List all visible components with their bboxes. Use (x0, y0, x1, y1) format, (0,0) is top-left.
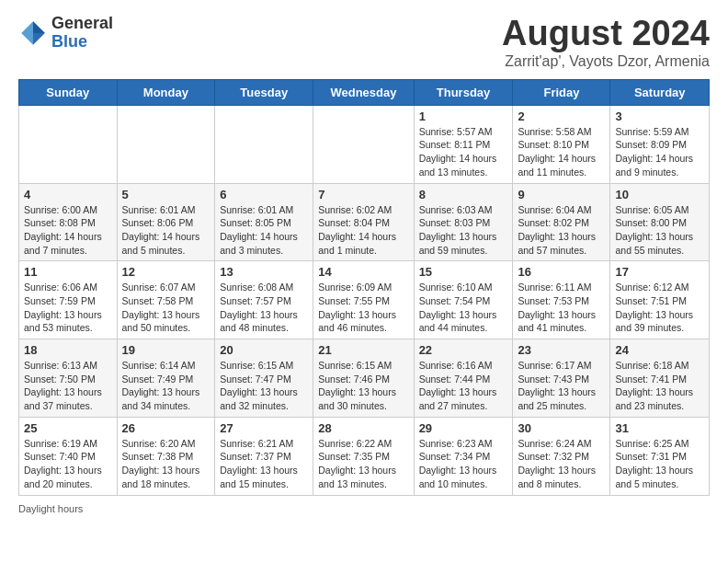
calendar-cell: 31Sunrise: 6:25 AMSunset: 7:31 PMDayligh… (610, 417, 710, 495)
day-info: Sunrise: 6:11 AMSunset: 7:53 PMDaylight:… (518, 281, 605, 335)
logo-blue-text: Blue (51, 33, 113, 52)
day-info: Sunrise: 6:14 AMSunset: 7:49 PMDaylight:… (122, 359, 210, 413)
day-info: Sunrise: 6:02 AMSunset: 8:04 PMDaylight:… (318, 203, 408, 258)
weekday-header-friday: Friday (513, 79, 610, 105)
footer-note: Daylight hours (18, 503, 710, 514)
day-info: Sunrise: 6:06 AMSunset: 7:59 PMDaylight:… (24, 281, 112, 335)
day-number: 1 (419, 109, 508, 123)
main-title: August 2024 (502, 15, 710, 53)
day-info: Sunrise: 6:08 AMSunset: 7:57 PMDaylight:… (220, 281, 308, 335)
calendar-cell: 8Sunrise: 6:03 AMSunset: 8:03 PMDaylight… (414, 183, 513, 261)
day-info: Sunrise: 6:15 AMSunset: 7:47 PMDaylight:… (220, 359, 308, 413)
day-number: 24 (615, 343, 704, 357)
day-number: 19 (122, 343, 210, 357)
calendar-cell: 13Sunrise: 6:08 AMSunset: 7:57 PMDayligh… (215, 261, 313, 339)
day-info: Sunrise: 6:00 AMSunset: 8:08 PMDaylight:… (24, 203, 112, 258)
day-info: Sunrise: 6:21 AMSunset: 7:37 PMDaylight:… (220, 437, 308, 491)
calendar-cell: 4Sunrise: 6:00 AMSunset: 8:08 PMDaylight… (19, 183, 118, 261)
day-number: 13 (220, 265, 308, 279)
calendar-cell: 7Sunrise: 6:02 AMSunset: 8:04 PMDaylight… (313, 183, 414, 261)
calendar-cell: 27Sunrise: 6:21 AMSunset: 7:37 PMDayligh… (215, 417, 313, 495)
day-number: 7 (318, 188, 408, 201)
calendar-cell: 3Sunrise: 5:59 AMSunset: 8:09 PMDaylight… (610, 105, 710, 183)
subtitle: Zarrit'ap', Vayots Dzor, Armenia (502, 53, 710, 70)
logo: General Blue (18, 15, 113, 52)
calendar-cell: 29Sunrise: 6:23 AMSunset: 7:34 PMDayligh… (414, 417, 513, 495)
calendar-cell: 5Sunrise: 6:01 AMSunset: 8:06 PMDaylight… (117, 183, 215, 261)
weekday-header-wednesday: Wednesday (313, 79, 414, 105)
day-number: 16 (518, 265, 605, 279)
week-row-5: 25Sunrise: 6:19 AMSunset: 7:40 PMDayligh… (19, 417, 710, 495)
header: General Blue August 2024 Zarrit'ap', Vay… (18, 15, 710, 70)
calendar-cell: 23Sunrise: 6:17 AMSunset: 7:43 PMDayligh… (513, 339, 610, 418)
day-number: 27 (220, 421, 308, 435)
day-info: Sunrise: 6:13 AMSunset: 7:50 PMDaylight:… (24, 359, 112, 413)
day-info: Sunrise: 6:20 AMSunset: 7:38 PMDaylight:… (122, 437, 210, 491)
calendar-cell: 22Sunrise: 6:16 AMSunset: 7:44 PMDayligh… (414, 339, 513, 418)
calendar-cell: 15Sunrise: 6:10 AMSunset: 7:54 PMDayligh… (414, 261, 513, 339)
day-info: Sunrise: 6:19 AMSunset: 7:40 PMDaylight:… (24, 437, 112, 491)
day-number: 28 (318, 421, 408, 435)
day-info: Sunrise: 6:18 AMSunset: 7:41 PMDaylight:… (615, 359, 704, 413)
calendar-body: 1Sunrise: 5:57 AMSunset: 8:11 PMDaylight… (19, 105, 710, 495)
day-info: Sunrise: 6:22 AMSunset: 7:35 PMDaylight:… (318, 437, 408, 491)
day-number: 23 (518, 343, 605, 357)
calendar-cell (117, 105, 215, 183)
calendar-cell: 19Sunrise: 6:14 AMSunset: 7:49 PMDayligh… (117, 339, 215, 418)
day-info: Sunrise: 6:05 AMSunset: 8:00 PMDaylight:… (615, 203, 704, 258)
weekday-header-thursday: Thursday (414, 79, 513, 105)
day-info: Sunrise: 6:17 AMSunset: 7:43 PMDaylight:… (518, 359, 605, 413)
day-number: 29 (419, 421, 508, 435)
day-number: 6 (220, 188, 308, 201)
calendar-cell: 21Sunrise: 6:15 AMSunset: 7:46 PMDayligh… (313, 339, 414, 418)
day-info: Sunrise: 6:09 AMSunset: 7:55 PMDaylight:… (318, 281, 408, 335)
day-number: 31 (615, 421, 704, 435)
logo-icon (18, 18, 48, 48)
calendar-cell (19, 105, 118, 183)
day-number: 3 (615, 109, 704, 123)
daylight-hours-label: Daylight hours (18, 503, 83, 514)
day-info: Sunrise: 6:07 AMSunset: 7:58 PMDaylight:… (122, 281, 210, 335)
calendar-cell: 18Sunrise: 6:13 AMSunset: 7:50 PMDayligh… (19, 339, 118, 418)
calendar-cell: 2Sunrise: 5:58 AMSunset: 8:10 PMDaylight… (513, 105, 610, 183)
weekday-header-tuesday: Tuesday (215, 79, 313, 105)
day-number: 12 (122, 265, 210, 279)
calendar-cell: 28Sunrise: 6:22 AMSunset: 7:35 PMDayligh… (313, 417, 414, 495)
day-number: 21 (318, 343, 408, 357)
day-number: 17 (615, 265, 704, 279)
calendar-cell: 20Sunrise: 6:15 AMSunset: 7:47 PMDayligh… (215, 339, 313, 418)
day-number: 26 (122, 421, 210, 435)
day-number: 11 (24, 265, 112, 279)
day-info: Sunrise: 6:04 AMSunset: 8:02 PMDaylight:… (518, 203, 605, 258)
logo-text: General Blue (51, 15, 113, 52)
calendar-cell: 16Sunrise: 6:11 AMSunset: 7:53 PMDayligh… (513, 261, 610, 339)
day-info: Sunrise: 6:12 AMSunset: 7:51 PMDaylight:… (615, 281, 704, 335)
week-row-1: 1Sunrise: 5:57 AMSunset: 8:11 PMDaylight… (19, 105, 710, 183)
svg-marker-2 (33, 21, 45, 33)
svg-marker-1 (21, 21, 33, 45)
calendar-cell: 26Sunrise: 6:20 AMSunset: 7:38 PMDayligh… (117, 417, 215, 495)
calendar-header: SundayMondayTuesdayWednesdayThursdayFrid… (19, 79, 710, 105)
calendar-table: SundayMondayTuesdayWednesdayThursdayFrid… (18, 79, 710, 496)
logo-general-text: General (51, 15, 113, 33)
calendar-cell: 11Sunrise: 6:06 AMSunset: 7:59 PMDayligh… (19, 261, 118, 339)
day-number: 4 (24, 188, 112, 201)
day-number: 5 (122, 188, 210, 201)
day-number: 22 (419, 343, 508, 357)
calendar-cell: 10Sunrise: 6:05 AMSunset: 8:00 PMDayligh… (610, 183, 710, 261)
calendar-cell: 30Sunrise: 6:24 AMSunset: 7:32 PMDayligh… (513, 417, 610, 495)
day-number: 9 (518, 188, 605, 201)
day-info: Sunrise: 6:25 AMSunset: 7:31 PMDaylight:… (615, 437, 704, 491)
day-info: Sunrise: 6:15 AMSunset: 7:46 PMDaylight:… (318, 359, 408, 413)
weekday-header-monday: Monday (117, 79, 215, 105)
day-number: 15 (419, 265, 508, 279)
calendar-cell: 17Sunrise: 6:12 AMSunset: 7:51 PMDayligh… (610, 261, 710, 339)
title-area: August 2024 Zarrit'ap', Vayots Dzor, Arm… (502, 15, 710, 70)
week-row-4: 18Sunrise: 6:13 AMSunset: 7:50 PMDayligh… (19, 339, 710, 418)
calendar-cell: 14Sunrise: 6:09 AMSunset: 7:55 PMDayligh… (313, 261, 414, 339)
weekday-row: SundayMondayTuesdayWednesdayThursdayFrid… (19, 79, 710, 105)
calendar-cell (313, 105, 414, 183)
calendar-cell: 6Sunrise: 6:01 AMSunset: 8:05 PMDaylight… (215, 183, 313, 261)
weekday-header-saturday: Saturday (610, 79, 710, 105)
day-number: 14 (318, 265, 408, 279)
